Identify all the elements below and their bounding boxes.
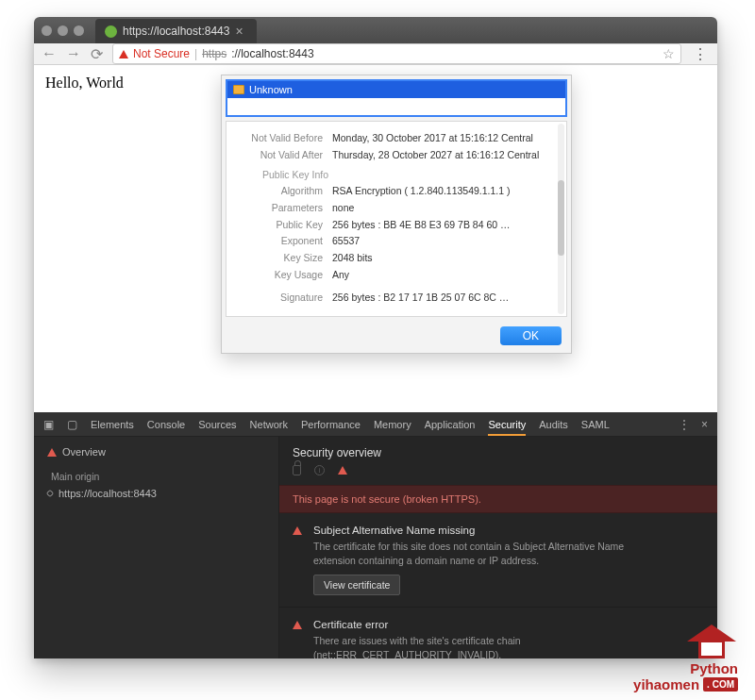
certificate-details: Not Valid BeforeMonday, 30 October 2017 … [226, 121, 567, 317]
security-status: Not Secure [133, 47, 190, 60]
cert-section: Public Key Info [234, 169, 553, 180]
tab-memory[interactable]: Memory [374, 419, 411, 430]
info-icon: i [314, 465, 325, 475]
minimize-window-icon[interactable] [58, 25, 68, 36]
cert-field: Key UsageAny [234, 268, 553, 282]
cert-field: Exponent65537 [234, 234, 553, 248]
security-alert: This page is not secure (broken HTTPS). [279, 485, 717, 513]
address-bar[interactable]: Not Secure | https://localhost:8443 ☆ [112, 43, 681, 64]
tab-application[interactable]: Application [425, 419, 476, 430]
forward-icon[interactable]: → [66, 45, 81, 63]
window-controls [42, 25, 84, 36]
tab-console[interactable]: Console [147, 419, 185, 430]
nav-controls: ← → ⟳ [42, 45, 103, 63]
cert-field: Parametersnone [234, 201, 553, 215]
certificate-name: Unknown [249, 84, 293, 95]
issue-desc: There are issues with the site's certifi… [313, 634, 653, 658]
browser-window: https://localhost:8443 × ← → ⟳ Not Secur… [34, 17, 717, 658]
watermark: Python yihaomen . COM [633, 625, 738, 692]
tab-title: https://localhost:8443 [123, 25, 229, 38]
warning-icon [338, 466, 347, 475]
close-devtools-icon[interactable]: × [701, 418, 708, 431]
url-host: ://localhost:8443 [231, 47, 313, 60]
sidebar-origin[interactable]: https://localhost:8443 [47, 488, 265, 499]
browser-tab[interactable]: https://localhost:8443 × [95, 19, 257, 43]
dialog-footer: OK [222, 321, 571, 353]
panel-title: Security overview [279, 437, 717, 465]
cert-field: Public Key256 bytes : BB 4E B8 E3 69 7B … [234, 218, 553, 232]
watermark-line2: yihaomen . COM [633, 676, 738, 692]
titlebar: https://localhost:8443 × [34, 17, 717, 43]
device-icon[interactable]: ▢ [67, 418, 77, 431]
inspect-icon[interactable]: ▣ [43, 418, 54, 431]
cert-field: Signature256 bytes : B2 17 17 1B 25 07 6… [234, 291, 553, 305]
security-sidebar: Overview Main origin https://localhost:8… [34, 437, 279, 658]
page-content: Hello, World Unknown Not Valid BeforeMon… [34, 65, 717, 412]
cert-field: Not Valid AfterThursday, 28 October 2027… [234, 148, 553, 162]
ok-button[interactable]: OK [500, 326, 562, 345]
security-issue: Subject Alternative Name missing The cer… [279, 513, 717, 608]
close-window-icon[interactable] [42, 25, 52, 36]
tab-saml[interactable]: SAML [581, 419, 610, 430]
spring-favicon-icon [105, 25, 117, 38]
lock-icon [293, 465, 301, 475]
cert-field: AlgorithmRSA Encryption ( 1.2.840.113549… [234, 184, 553, 198]
tab-security[interactable]: Security [488, 419, 526, 436]
back-icon[interactable]: ← [42, 45, 57, 63]
house-logo-icon [685, 625, 738, 660]
devtools-body: Overview Main origin https://localhost:8… [34, 437, 717, 658]
issue-desc: The certificate for this site does not c… [313, 540, 653, 567]
certificate-list[interactable]: Unknown [226, 79, 567, 117]
view-certificate-button[interactable]: View certificate [313, 575, 400, 595]
security-indicators: i [279, 465, 717, 485]
tab-performance[interactable]: Performance [301, 419, 361, 430]
cert-field: Not Valid BeforeMonday, 30 October 2017 … [234, 131, 553, 145]
issue-title: Subject Alternative Name missing [313, 525, 704, 536]
sidebar-section: Main origin [51, 471, 265, 482]
warning-icon [119, 50, 128, 58]
tab-audits[interactable]: Audits [539, 419, 568, 430]
reload-icon[interactable]: ⟳ [91, 45, 103, 63]
warning-icon [47, 448, 57, 457]
origin-icon [46, 490, 54, 497]
toolbar: ← → ⟳ Not Secure | https://localhost:844… [34, 43, 717, 65]
certificate-dialog: Unknown Not Valid BeforeMonday, 30 Octob… [221, 75, 572, 354]
tab-sources[interactable]: Sources [198, 419, 236, 430]
warning-icon [293, 621, 302, 629]
cert-field: Key Size2048 bits [234, 251, 553, 265]
close-tab-icon[interactable]: × [235, 25, 243, 38]
more-icon[interactable]: ⋮ [679, 418, 690, 431]
tab-elements[interactable]: Elements [91, 419, 134, 430]
devtools-tabs: ▣ ▢ Elements Console Sources Network Per… [34, 412, 717, 437]
devtools: ▣ ▢ Elements Console Sources Network Per… [34, 412, 717, 658]
menu-icon[interactable]: ⋮ [691, 45, 710, 63]
watermark-line1: Python [633, 660, 738, 676]
page-body: Hello, World [45, 75, 124, 91]
bookmark-icon[interactable]: ☆ [663, 46, 675, 61]
sidebar-overview[interactable]: Overview [47, 446, 265, 458]
certificate-icon [233, 85, 244, 94]
scrollbar[interactable] [558, 124, 564, 314]
tab-network[interactable]: Network [250, 419, 288, 430]
certificate-item[interactable]: Unknown [227, 81, 565, 98]
zoom-window-icon[interactable] [74, 25, 84, 36]
url-scheme: https [202, 47, 226, 60]
warning-icon [293, 526, 302, 535]
